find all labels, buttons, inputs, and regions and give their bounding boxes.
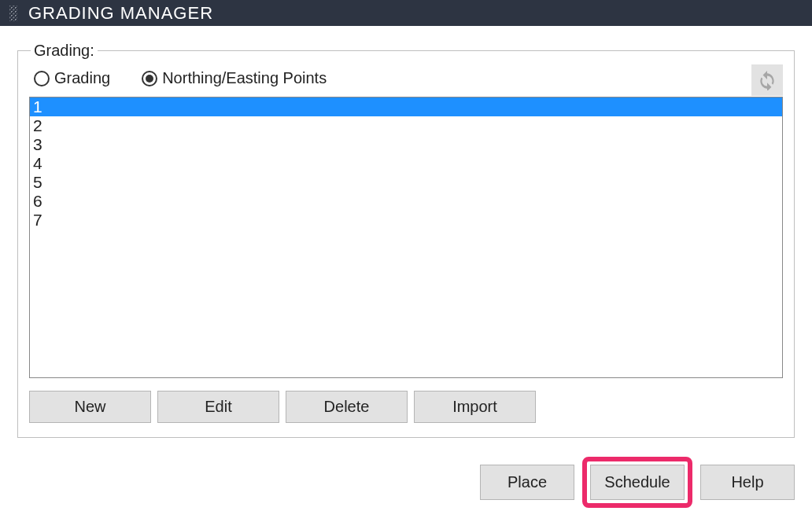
window-title: GRADING MANAGER: [28, 3, 213, 24]
schedule-highlight: Schedule: [582, 457, 692, 508]
edit-button[interactable]: Edit: [157, 391, 279, 423]
grading-legend: Grading:: [31, 42, 98, 60]
refresh-icon: [757, 70, 777, 90]
import-button[interactable]: Import: [414, 391, 536, 423]
help-button[interactable]: Help: [700, 465, 795, 500]
list-item[interactable]: 2: [30, 116, 782, 135]
list-item[interactable]: 6: [30, 192, 782, 211]
list-item[interactable]: 1: [30, 97, 782, 116]
radio-grading-label: Grading: [54, 69, 110, 87]
titlebar[interactable]: GRADING MANAGER: [0, 0, 812, 26]
list-item[interactable]: 7: [30, 211, 782, 230]
place-button[interactable]: Place: [480, 465, 574, 500]
delete-button[interactable]: Delete: [286, 391, 408, 423]
points-listbox[interactable]: 1234567: [29, 97, 783, 378]
content-area: Grading: Grading Northing/Easting Points…: [0, 26, 812, 522]
grip-icon: [9, 6, 17, 21]
new-button[interactable]: New: [29, 391, 151, 423]
schedule-button[interactable]: Schedule: [590, 465, 685, 500]
radio-circle-icon: [34, 71, 50, 86]
radio-group: Grading Northing/Easting Points: [34, 69, 783, 87]
list-item[interactable]: 4: [30, 154, 782, 173]
list-action-row: New Edit Delete Import: [29, 391, 783, 423]
radio-northing-easting-label: Northing/Easting Points: [162, 69, 327, 87]
list-item[interactable]: 5: [30, 173, 782, 192]
list-item[interactable]: 3: [30, 135, 782, 154]
radio-northing-easting[interactable]: Northing/Easting Points: [142, 69, 327, 87]
window: GRADING MANAGER Grading: Grading Northin…: [0, 0, 812, 522]
grading-fieldset: Grading: Grading Northing/Easting Points…: [17, 42, 795, 438]
radio-circle-icon: [142, 71, 157, 86]
radio-grading[interactable]: Grading: [34, 69, 110, 87]
dialog-action-row: Place Schedule Help: [17, 457, 795, 508]
refresh-button[interactable]: [751, 64, 783, 96]
